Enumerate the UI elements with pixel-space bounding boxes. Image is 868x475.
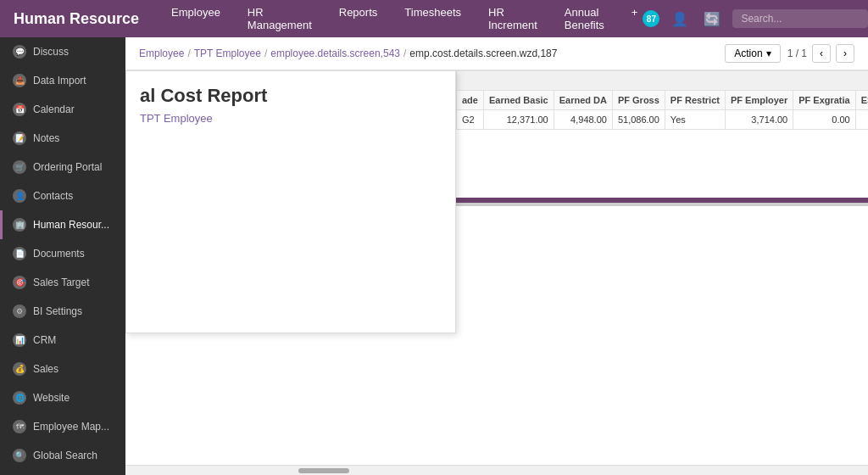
sidebar-item-notes[interactable]: 📝 Notes <box>0 124 125 153</box>
bi-settings-icon: ⚙ <box>13 305 26 318</box>
table-header-group: Total <box>457 71 869 91</box>
cell-pf-gross: 51,086.00 <box>612 110 665 130</box>
col-pf-gross: PF Gross <box>612 91 665 110</box>
calendar-icon: 📅 <box>13 103 26 116</box>
website-icon: 🌐 <box>13 391 26 405</box>
breadcrumb: Employee / TPT Employee / employee.detai… <box>139 48 557 59</box>
sidebar-label-contacts: Contacts <box>33 190 73 202</box>
brand-title: Human Resource <box>14 10 139 28</box>
cell-esi-medical: 0.00 <box>855 110 868 130</box>
user-icon[interactable]: 👤 <box>668 9 692 29</box>
action-dropdown-icon: ▾ <box>766 48 771 59</box>
action-button[interactable]: Action ▾ <box>725 44 780 63</box>
prev-page-button[interactable]: ‹ <box>812 44 831 63</box>
sales-icon: 💰 <box>13 362 26 376</box>
sidebar-label-calendar: Calendar <box>33 103 75 115</box>
main-layout: 💬 Discuss 📥 Data Import 📅 Calendar 📝 Not… <box>0 37 868 475</box>
col-ade: ade <box>457 91 484 110</box>
col-earned-basic: Earned Basic <box>483 91 554 110</box>
sales-target-icon: 🎯 <box>13 276 26 289</box>
notes-icon: 📝 <box>13 131 26 145</box>
sidebar-item-website[interactable]: 🌐 Website <box>0 383 125 412</box>
sidebar-label-global-search: Global Search <box>33 450 97 461</box>
contacts-icon: 👤 <box>13 189 26 203</box>
nav-employee[interactable]: Employee <box>166 3 225 35</box>
breadcrumb-employee[interactable]: Employee <box>139 48 184 59</box>
sidebar-item-ordering-portal[interactable]: 🛒 Ordering Portal <box>0 153 125 182</box>
discuss-icon: 💬 <box>13 45 26 59</box>
breadcrumb-bar: Employee / TPT Employee / employee.detai… <box>125 37 868 70</box>
sidebar-label-bi-settings: BI Settings <box>33 305 82 317</box>
breadcrumb-sep-2: / <box>264 48 267 59</box>
sidebar-label-website: Website <box>33 392 70 404</box>
cell-earned-da: 4,948.00 <box>554 110 612 130</box>
ordering-portal-icon: 🛒 <box>13 160 26 174</box>
nav-add[interactable]: + <box>626 3 643 35</box>
breadcrumb-sep-1: / <box>187 48 190 59</box>
cell-pf-restrict: Yes <box>665 110 725 130</box>
horizontal-scrollbar[interactable] <box>125 465 868 475</box>
sidebar-item-data-import[interactable]: 📥 Data Import <box>0 66 125 95</box>
sidebar-item-documents[interactable]: 📄 Documents <box>0 239 125 268</box>
sidebar-item-bi-settings[interactable]: ⚙ BI Settings <box>0 297 125 326</box>
sidebar-item-global-search[interactable]: 🔍 Global Search <box>0 441 125 470</box>
nav-hr-management[interactable]: HR Management <box>242 3 317 35</box>
table-wrapper[interactable]: al Cost Report TPT Employee Total ade Ea… <box>125 70 868 465</box>
next-page-button[interactable]: › <box>836 44 854 63</box>
nav-menu: Employee HR Management Reports Timesheet… <box>166 3 643 35</box>
breadcrumb-sep-3: / <box>403 48 406 59</box>
sidebar-label-discuss: Discuss <box>33 46 69 58</box>
col-pf-exgratia: PF Exgratia <box>793 91 856 110</box>
sidebar-label-crm: CRM <box>33 334 56 346</box>
page-info: 1 / 1 <box>787 48 807 59</box>
sidebar-item-human-resource[interactable]: 🏢 Human Resour... <box>0 210 125 239</box>
documents-icon: 📄 <box>13 247 26 260</box>
sidebar-item-sales[interactable]: 💰 Sales <box>0 355 125 383</box>
scroll-thumb[interactable] <box>298 468 349 473</box>
sidebar-label-employee-map: Employee Map... <box>33 421 109 433</box>
cell-pf-employer: 3,714.00 <box>725 110 793 130</box>
sidebar-item-crm[interactable]: 📊 CRM <box>0 326 125 355</box>
nav-annual-benefits[interactable]: Annual Benefits <box>559 3 609 35</box>
sidebar-label-ordering-portal: Ordering Portal <box>33 161 102 173</box>
data-import-icon: 📥 <box>13 74 26 87</box>
col-earned-da: Earned DA <box>554 91 612 110</box>
sidebar-item-discuss[interactable]: 💬 Discuss <box>0 37 125 66</box>
notification-badge[interactable]: 87 <box>643 10 659 27</box>
nav-timesheets[interactable]: Timesheets <box>399 3 466 35</box>
human-resource-icon: 🏢 <box>13 218 26 232</box>
breadcrumb-employee-details[interactable]: employee.details.screen,543 <box>270 48 400 59</box>
content-area: Employee / TPT Employee / employee.detai… <box>125 37 868 475</box>
breadcrumb-tpt-employee[interactable]: TPT Employee <box>194 48 261 59</box>
sidebar-label-sales-target: Sales Target <box>33 277 90 288</box>
table-row: G2 12,371.00 4,948.00 51,086.00 Yes 3,71… <box>457 110 869 130</box>
popup-subtitle[interactable]: TPT Employee <box>140 112 442 125</box>
breadcrumb-actions: Action ▾ 1 / 1 ‹ › <box>725 44 854 63</box>
top-search-input[interactable] <box>732 9 868 28</box>
sidebar-label-data-import: Data Import <box>33 75 86 87</box>
page-nav: 1 / 1 ‹ › <box>787 44 854 63</box>
nav-reports[interactable]: Reports <box>334 3 383 35</box>
breadcrumb-current: emp.cost.details.screen.wzd,187 <box>409 48 557 59</box>
col-esi-medical: ESI Medical <box>855 91 868 110</box>
refresh-icon[interactable]: 🔄 <box>700 9 724 29</box>
sidebar-item-calendar[interactable]: 📅 Calendar <box>0 95 125 124</box>
col-pf-restrict: PF Restrict <box>665 91 725 110</box>
top-nav: Human Resource Employee HR Management Re… <box>0 0 868 37</box>
col-pf-employer: PF Employer <box>725 91 793 110</box>
sidebar-item-contacts[interactable]: 👤 Contacts <box>0 182 125 210</box>
empty-group-header <box>457 71 869 91</box>
popup-overlay: al Cost Report TPT Employee <box>125 70 456 333</box>
cell-ade: G2 <box>457 110 484 130</box>
action-label: Action <box>734 48 762 59</box>
cell-earned-basic: 12,371.00 <box>483 110 554 130</box>
sidebar-item-sales-target[interactable]: 🎯 Sales Target <box>0 268 125 297</box>
sidebar: 💬 Discuss 📥 Data Import 📅 Calendar 📝 Not… <box>0 37 125 475</box>
nav-hr-increment[interactable]: HR Increment <box>483 3 542 35</box>
sidebar-label-sales: Sales <box>33 363 58 375</box>
sidebar-label-notes: Notes <box>33 132 59 144</box>
global-search-icon: 🔍 <box>13 449 26 462</box>
employee-map-icon: 🗺 <box>13 420 26 433</box>
cell-pf-exgratia: 0.00 <box>793 110 856 130</box>
sidebar-item-employee-map[interactable]: 🗺 Employee Map... <box>0 412 125 441</box>
